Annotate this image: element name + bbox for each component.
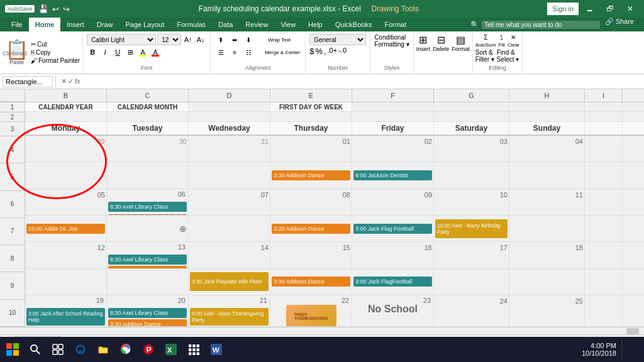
cell-f2[interactable] [352,112,434,121]
cell-i3[interactable] [585,122,623,134]
row-header-8[interactable]: 8 [0,245,25,272]
cell-c4[interactable]: 30 [107,136,189,162]
cell-e1[interactable]: FIRST DAY OF WEEK [270,102,352,111]
excel-taskbar-icon[interactable]: X [161,339,181,359]
cell-c10[interactable]: 20 8:30 Axel Library Class 3:30 Addison … [107,295,189,326]
cell-d4[interactable]: 31 [189,136,270,162]
event-f5-jackson-dentist[interactable]: 9:00 Jackson Dentist [353,170,432,180]
cell-h1[interactable] [509,102,585,111]
cell-h7[interactable] [509,216,585,241]
event-c6-dance[interactable]: 3:30 Addison Dance [108,214,187,215]
align-middle-button[interactable]: ⬌ [228,34,241,45]
event-b7-addie-dr[interactable]: 10:00 Addie Dr. Joe [26,224,105,234]
cell-e8[interactable]: 15 [270,242,352,268]
cell-i8[interactable] [585,242,623,268]
quick-save-icon[interactable]: 💾 [38,4,48,14]
undo-icon[interactable]: ↩ [52,4,59,14]
pinterest-icon[interactable]: P [138,339,158,359]
row-header-1[interactable]: 1 [0,102,25,112]
conditional-formatting-button[interactable]: ConditionalFormatting ▾ [374,34,409,48]
event-c8-dance[interactable]: 3:30 Addison Dance [108,266,187,268]
align-right-button[interactable]: ☷ [242,47,255,58]
event-f7-flag-football[interactable]: 3:00 Jack Flag Football [353,224,432,234]
edge-icon[interactable] [70,339,91,359]
apps-icon[interactable] [184,339,204,359]
cell-b7[interactable]: 10:00 Addie Dr. Joe [25,216,107,241]
cell-e6[interactable]: 08 [270,189,352,215]
cancel-formula-icon[interactable]: ✕ [61,77,67,85]
underline-button[interactable]: U [112,47,123,58]
cell-i6[interactable] [585,189,623,215]
increase-decimal-button[interactable]: .0+ [328,47,338,56]
cell-e10[interactable]: 22 happyTHANKSGIVING [270,295,352,326]
autosum-button[interactable]: ΣAutoSum [475,34,496,48]
cell-f6[interactable]: 09 [352,189,434,215]
cell-d3-wednesday[interactable]: Wednesday [189,122,270,134]
cell-c9[interactable] [107,269,189,295]
font-color-button[interactable]: A [150,47,161,58]
cell-e9[interactable]: 3:30 Addison Dance [270,269,352,295]
cell-e3-thursday[interactable]: Thursday [270,122,352,134]
cell-g7[interactable]: 10:00 Axel - Barry Birthday Party [434,216,509,241]
task-view[interactable] [48,339,68,359]
row-header-5[interactable]: 5 [0,163,25,190]
word-icon[interactable]: W [206,339,226,359]
cell-g4[interactable]: 03 [434,136,509,162]
row-header-7[interactable]: 7 [0,218,25,245]
tab-page-layout[interactable]: Page Layout [119,18,170,31]
tab-file[interactable]: File [5,18,29,31]
cell-c8[interactable]: 13 8:30 Axel Library Class 3:30 Addison … [107,242,189,268]
cell-b1[interactable]: CALENDAR YEAR [25,102,107,111]
move-handle[interactable]: ⊕ [179,224,187,234]
align-bottom-button[interactable]: ⬇ [242,34,255,45]
font-name-select[interactable]: Calibri Light [87,34,156,45]
col-header-g[interactable]: G [434,89,509,102]
col-header-b[interactable]: B [25,89,107,102]
cell-c7[interactable]: ⊕ [107,216,189,241]
event-e7-addison-dance[interactable]: 3:30 Addison Dance [272,224,350,234]
cell-d6[interactable]: 07 [189,189,270,215]
col-header-e[interactable]: E [270,89,352,102]
cell-h6[interactable]: 11 [509,189,585,215]
cell-d9[interactable]: 3:30 Jack Playdate with Peter [189,269,270,295]
cell-i9[interactable] [585,269,623,295]
row-header-6[interactable]: 6 [0,191,25,218]
tab-home[interactable]: Home [29,18,61,31]
search-bar[interactable]: Tell me what you want to do [482,21,599,29]
cell-c5[interactable] [107,162,189,188]
tab-formulas[interactable]: Formulas [170,18,212,31]
event-c8-library[interactable]: 8:30 Axel Library Class [108,255,187,265]
cell-h8[interactable]: 18 [509,242,585,268]
chrome-icon[interactable] [116,339,136,359]
delete-cells-button[interactable]: ⊟ Delete [433,34,449,71]
name-box[interactable]: Rectangle... [3,76,53,87]
cell-i4[interactable] [585,136,623,162]
show-desktop[interactable] [621,339,641,359]
cell-g8[interactable]: 17 [434,242,509,268]
align-left-button[interactable]: ☰ [214,47,227,58]
cell-c6[interactable]: 06 8:30 Axel Library Class 3:30 Addison … [107,189,189,215]
cell-g9[interactable] [434,269,509,295]
insert-function-icon[interactable]: fx [75,77,80,85]
event-d9-playdate[interactable]: 3:30 Jack Playdate with Peter [190,272,269,291]
cell-d7[interactable] [189,216,270,241]
cell-d1[interactable] [189,102,270,111]
cell-e2[interactable] [270,112,352,121]
cell-c2[interactable] [107,112,189,121]
event-f9-flag-football[interactable]: 3:00 Jack FlagFootball [353,277,432,287]
cell-f4[interactable]: 02 [352,136,434,162]
cell-i1[interactable] [585,102,623,111]
decrease-decimal-button[interactable]: -.0 [338,47,347,56]
format-painter-button[interactable]: 🖌Format Painter [31,57,80,64]
redo-icon[interactable]: ↪ [63,4,70,14]
format-cells-button[interactable]: ▤ Format [452,34,470,71]
cell-f1[interactable] [352,102,434,111]
share-button[interactable]: 🔗 Share [600,18,639,31]
cell-f7[interactable]: 3:00 Jack Flag Football [352,216,434,241]
horizontal-scroll[interactable] [0,327,644,334]
find-select-button[interactable]: Find &Select ▾ [497,49,519,63]
cell-g3-saturday[interactable]: Saturday [434,122,509,134]
tab-data[interactable]: Data [212,18,239,31]
merge-center-button[interactable]: Merge & Center [264,47,301,58]
file-explorer-icon[interactable] [93,339,113,359]
